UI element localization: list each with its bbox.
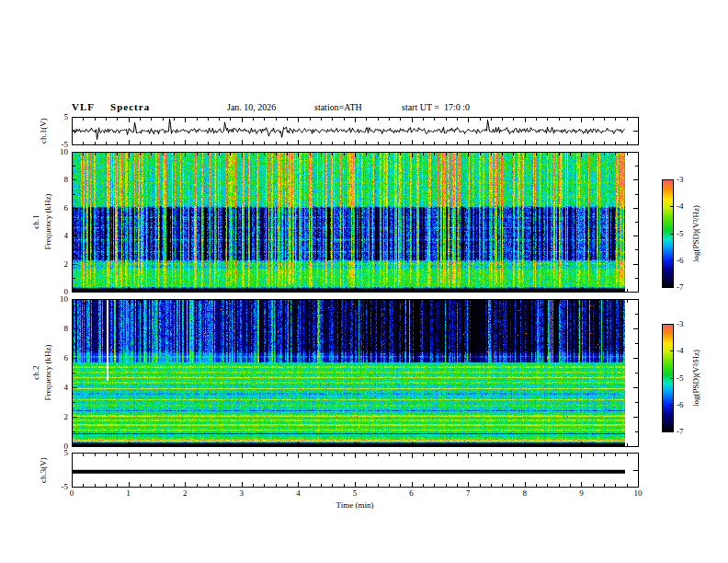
ch3-volt-tick-label: 5 <box>53 449 68 457</box>
colorbar-tick-label: -5 <box>677 374 693 383</box>
colorbar-tick-label: -3 <box>677 176 693 184</box>
x-tick-label: 9 <box>574 489 588 498</box>
colorbar-tick-label: -6 <box>677 401 693 409</box>
ch1-voltage-axis-label: ch.1(V) <box>39 118 48 144</box>
ch2-freq-tick-label: 4 <box>53 384 68 392</box>
colorbar-tick-label: -7 <box>677 428 693 436</box>
x-tick-label: 5 <box>347 489 362 498</box>
header-start-ut: start UT = 17:0 :0 <box>402 102 470 112</box>
ch2-freq-tick-label: 6 <box>53 354 68 362</box>
ch1-waveform-canvas <box>72 117 639 145</box>
ch1-freq-tick-label: 8 <box>53 176 68 184</box>
x-tick-label: 1 <box>121 489 136 498</box>
ch1-spectrogram-canvas <box>72 152 639 293</box>
ch2-spectrogram-canvas <box>72 299 639 447</box>
colorbar-ch1-canvas <box>662 179 674 288</box>
ch1-volt-tick-label: 5 <box>53 113 68 121</box>
ch3-volt-tick-label: -5 <box>53 483 68 491</box>
x-tick-label: 3 <box>234 489 249 498</box>
vlf-spectra-figure: VLF Spectra Jan. 10, 2026 station=ATH st… <box>0 0 728 563</box>
x-tick-label: 8 <box>518 489 532 498</box>
ch3-voltage-axis-label: ch.3(V) <box>39 457 48 483</box>
x-tick-label: 4 <box>290 489 305 498</box>
ch1-freq-tick-label: 10 <box>53 148 68 156</box>
ch1-freq-tick-label: 2 <box>53 260 68 269</box>
ch1-freq-tick-label: 6 <box>53 204 68 213</box>
x-tick-label: 6 <box>404 489 419 498</box>
ch3-waveform-canvas <box>72 453 639 488</box>
colorbar-tick-label: -6 <box>677 257 693 265</box>
colorbar-tick-label: -4 <box>677 202 693 211</box>
ch1-spec-axis-label-frequency: Frequency (kHz) <box>43 193 52 249</box>
ch1-spec-axis-label-channel: ch.1 <box>31 214 40 228</box>
x-tick-label: 10 <box>631 489 645 498</box>
ch1-freq-tick-label: 4 <box>53 232 68 240</box>
ch2-freq-tick-label: 10 <box>53 295 68 304</box>
header-station: station=ATH <box>314 102 362 112</box>
ch2-spec-axis-label-frequency: Frequency (kHz) <box>43 344 52 400</box>
colorbar-tick-label: -7 <box>677 283 693 292</box>
colorbar-tick-label: -4 <box>677 347 693 355</box>
plot-title: VLF Spectra <box>72 101 150 112</box>
ch1-volt-tick-label: -5 <box>53 141 68 149</box>
colorbar-tick-label: -5 <box>677 230 693 238</box>
ch2-freq-tick-label: 8 <box>53 325 68 333</box>
x-tick-label: 2 <box>177 489 192 498</box>
ch2-freq-tick-label: 2 <box>53 413 68 421</box>
ch2-spec-axis-label-channel: ch.2 <box>31 365 40 379</box>
time-axis-label: Time (min) <box>336 500 374 510</box>
header-date: Jan. 10, 2026 <box>227 102 276 112</box>
x-tick-label: 7 <box>461 489 475 498</box>
colorbar-ch2-canvas <box>662 324 674 432</box>
colorbar-tick-label: -3 <box>677 320 693 328</box>
